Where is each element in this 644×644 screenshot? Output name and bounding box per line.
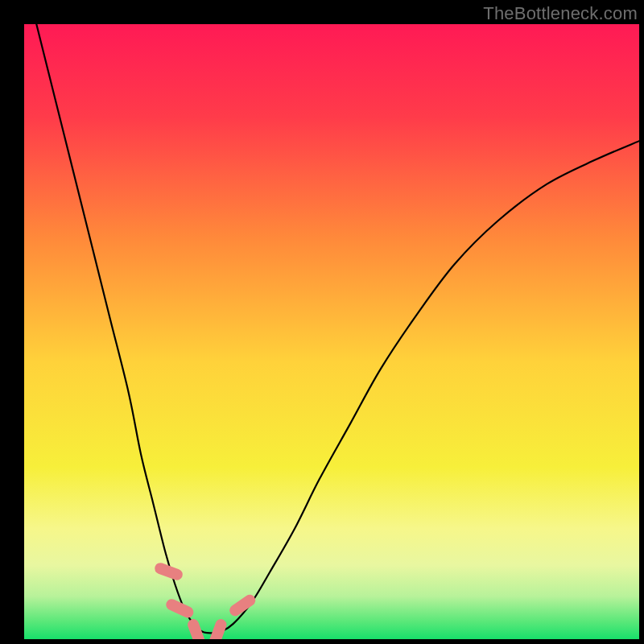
chart-plot-area <box>24 24 639 639</box>
chart-svg <box>24 24 639 639</box>
chart-background <box>24 24 639 639</box>
chart-frame: TheBottleneck.com <box>0 0 644 644</box>
watermark-label: TheBottleneck.com <box>483 3 638 24</box>
